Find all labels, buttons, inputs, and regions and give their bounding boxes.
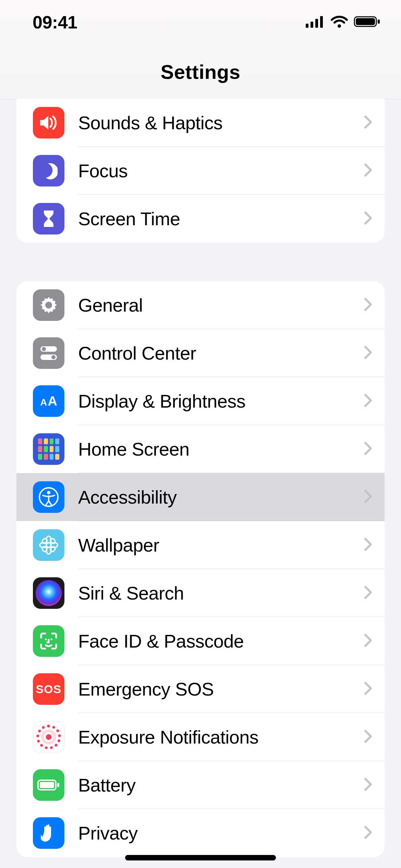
chevron-right-icon bbox=[364, 490, 372, 505]
row-label: Accessibility bbox=[78, 486, 364, 508]
chevron-right-icon bbox=[364, 442, 372, 457]
chevron-right-icon bbox=[364, 538, 372, 553]
cellular-icon bbox=[306, 15, 325, 29]
row-label: Face ID & Passcode bbox=[78, 630, 364, 652]
row-screen-time[interactable]: Screen Time bbox=[16, 195, 385, 243]
row-label: Wallpaper bbox=[78, 534, 364, 556]
row-battery[interactable]: Battery bbox=[16, 761, 385, 809]
row-focus[interactable]: Focus bbox=[16, 147, 385, 195]
row-label: Exposure Notifications bbox=[78, 726, 364, 748]
home-indicator[interactable] bbox=[125, 855, 276, 860]
svg-rect-26 bbox=[40, 782, 54, 788]
row-emergency-sos[interactable]: SOS Emergency SOS bbox=[16, 665, 385, 713]
battery-icon bbox=[354, 15, 380, 29]
svg-rect-0 bbox=[306, 24, 308, 28]
chevron-right-icon bbox=[364, 115, 372, 130]
svg-rect-1 bbox=[311, 22, 313, 28]
page-title: Settings bbox=[161, 60, 241, 83]
chevron-right-icon bbox=[364, 730, 372, 745]
gear-icon bbox=[33, 289, 64, 321]
row-label: Display & Brightness bbox=[78, 390, 364, 412]
exposure-icon bbox=[33, 721, 64, 753]
chevron-right-icon bbox=[364, 825, 372, 841]
chevron-right-icon bbox=[364, 634, 372, 649]
row-home-screen[interactable]: Home Screen bbox=[16, 425, 385, 473]
svg-point-11 bbox=[51, 355, 56, 359]
chevron-right-icon bbox=[364, 346, 372, 361]
moon-icon bbox=[33, 155, 64, 186]
svg-rect-6 bbox=[356, 18, 375, 25]
chevron-right-icon bbox=[364, 211, 372, 226]
row-label: Screen Time bbox=[78, 208, 364, 229]
chevron-right-icon bbox=[364, 777, 372, 793]
svg-point-9 bbox=[42, 347, 46, 351]
hand-icon bbox=[33, 817, 64, 849]
siri-icon bbox=[33, 577, 64, 609]
row-label: Battery bbox=[78, 774, 364, 796]
svg-point-4 bbox=[338, 24, 341, 28]
row-label: Control Center bbox=[78, 342, 364, 364]
row-accessibility[interactable]: Accessibility bbox=[16, 473, 385, 521]
row-label: Emergency SOS bbox=[78, 678, 364, 700]
hourglass-icon bbox=[33, 203, 64, 234]
chevron-right-icon bbox=[364, 682, 372, 697]
svg-point-23 bbox=[45, 638, 47, 640]
row-sounds-haptics[interactable]: Sounds & Haptics bbox=[16, 99, 385, 147]
settings-group-2: General Control Center AA Display & Brig… bbox=[16, 281, 385, 857]
flower-icon bbox=[33, 529, 64, 561]
svg-point-24 bbox=[50, 638, 52, 640]
toggles-icon bbox=[33, 337, 64, 369]
row-exposure-notifications[interactable]: Exposure Notifications bbox=[16, 713, 385, 761]
svg-rect-27 bbox=[57, 783, 59, 787]
sos-icon: SOS bbox=[33, 673, 64, 705]
chevron-right-icon bbox=[364, 394, 372, 409]
chevron-right-icon bbox=[364, 298, 372, 313]
row-label: Privacy bbox=[78, 822, 364, 844]
svg-rect-7 bbox=[378, 20, 380, 24]
row-label: Focus bbox=[78, 160, 364, 181]
row-general[interactable]: General bbox=[16, 281, 385, 329]
face-id-icon bbox=[33, 625, 64, 657]
app-grid-icon bbox=[33, 433, 64, 465]
row-face-id-passcode[interactable]: Face ID & Passcode bbox=[16, 617, 385, 665]
row-label: General bbox=[78, 294, 364, 316]
wifi-icon bbox=[330, 15, 348, 29]
chevron-right-icon bbox=[364, 163, 372, 178]
row-label: Sounds & Haptics bbox=[78, 112, 364, 133]
chevron-right-icon bbox=[364, 586, 372, 601]
battery-icon bbox=[33, 769, 64, 801]
nav-header: Settings bbox=[0, 45, 401, 99]
row-display-brightness[interactable]: AA Display & Brightness bbox=[16, 377, 385, 425]
row-siri-search[interactable]: Siri & Search bbox=[16, 569, 385, 617]
svg-point-13 bbox=[47, 491, 50, 494]
settings-group-1: Sounds & Haptics Focus Screen Time bbox=[16, 99, 385, 243]
status-bar: 09:41 bbox=[0, 0, 401, 45]
settings-content: Sounds & Haptics Focus Screen Time bbox=[0, 99, 401, 868]
row-label: Home Screen bbox=[78, 438, 364, 460]
row-wallpaper[interactable]: Wallpaper bbox=[16, 521, 385, 569]
speaker-icon bbox=[33, 107, 64, 138]
status-icons bbox=[306, 15, 380, 29]
row-privacy[interactable]: Privacy bbox=[16, 809, 385, 857]
svg-rect-2 bbox=[315, 19, 318, 28]
row-control-center[interactable]: Control Center bbox=[16, 329, 385, 377]
accessibility-icon bbox=[33, 481, 64, 513]
svg-rect-3 bbox=[320, 16, 323, 28]
text-size-icon: AA bbox=[33, 385, 64, 417]
row-label: Siri & Search bbox=[78, 582, 364, 604]
status-time: 09:41 bbox=[33, 12, 77, 33]
